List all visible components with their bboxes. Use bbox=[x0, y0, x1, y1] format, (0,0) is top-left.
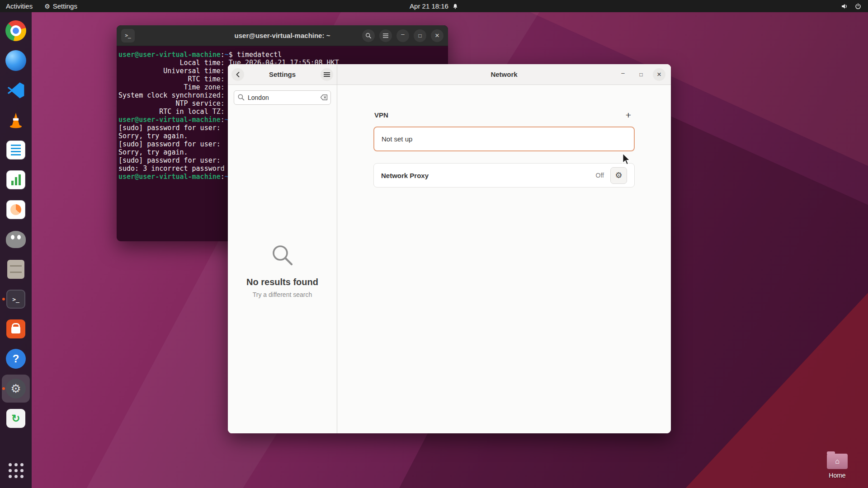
maximize-icon: □ bbox=[639, 71, 642, 78]
no-results-subtitle: Try a different search bbox=[228, 291, 337, 298]
firefox-icon bbox=[5, 50, 26, 71]
terminal-maximize-button[interactable]: □ bbox=[414, 29, 426, 42]
terminal-title: user@user-virtual-machine: ~ bbox=[235, 32, 330, 39]
network-proxy-label: Network Proxy bbox=[381, 172, 429, 179]
vpn-status-row[interactable]: Not set up bbox=[373, 127, 635, 151]
activities-button[interactable]: Activities bbox=[0, 0, 38, 12]
settings-app-icon: ⚙ bbox=[44, 3, 50, 9]
dock-item-calc[interactable] bbox=[2, 166, 30, 194]
clock-label: Apr 21 18:16 bbox=[410, 2, 448, 10]
desktop: Activities ⚙ Settings Apr 21 18:16 bbox=[0, 0, 868, 488]
sidebar-title: Settings bbox=[269, 70, 296, 78]
gimp-icon bbox=[6, 231, 26, 248]
close-icon: × bbox=[435, 31, 439, 40]
search-large-icon bbox=[270, 243, 295, 268]
settings-minimize-button[interactable]: – bbox=[617, 68, 629, 81]
focused-app-menu[interactable]: ⚙ Settings bbox=[38, 0, 83, 12]
dock-item-chrome[interactable] bbox=[2, 17, 30, 45]
add-vpn-button[interactable]: + bbox=[623, 110, 634, 120]
dock-item-help[interactable]: ? bbox=[2, 345, 30, 373]
dock-item-gimp[interactable] bbox=[2, 225, 30, 253]
dock: >_ ? ⚙ ↻ bbox=[0, 12, 32, 488]
terminal-tab-icon[interactable]: >_ bbox=[121, 29, 135, 42]
page-title: Network bbox=[491, 70, 517, 78]
no-results-state: No results found Try a different search bbox=[228, 243, 337, 298]
chevron-left-icon bbox=[235, 71, 241, 78]
no-results-title: No results found bbox=[228, 277, 337, 287]
settings-content: Network – □ × VPN + Not set up bbox=[337, 64, 671, 433]
software-updater-icon: ↻ bbox=[6, 409, 25, 428]
dock-item-vlc[interactable] bbox=[2, 106, 30, 134]
vpn-section-heading: VPN bbox=[374, 111, 388, 119]
dock-item-impress[interactable] bbox=[2, 196, 30, 224]
hamburger-icon bbox=[382, 33, 389, 38]
minimize-icon: – bbox=[621, 70, 624, 76]
close-icon: × bbox=[657, 70, 661, 79]
search-icon bbox=[365, 33, 372, 39]
sidebar-menu-button[interactable] bbox=[321, 68, 333, 81]
terminal-titlebar[interactable]: >_ user@user-virtual-machine: ~ – bbox=[117, 25, 448, 46]
dock-item-writer[interactable] bbox=[2, 136, 30, 164]
search-icon bbox=[237, 94, 245, 103]
app-grid-icon bbox=[9, 463, 24, 478]
home-folder-shortcut[interactable]: ⌂ Home bbox=[818, 454, 856, 479]
volume-icon bbox=[841, 3, 848, 10]
network-proxy-row[interactable]: Network Proxy Off ⚙ bbox=[373, 163, 635, 188]
settings-gear-icon: ⚙ bbox=[6, 379, 26, 399]
minimize-icon: – bbox=[401, 31, 404, 38]
libreoffice-impress-icon bbox=[6, 200, 25, 219]
settings-close-button[interactable]: × bbox=[653, 68, 665, 81]
proxy-status-value: Off bbox=[596, 172, 604, 179]
settings-sidebar: Settings bbox=[228, 64, 337, 433]
home-folder-icon: ⌂ bbox=[827, 454, 848, 469]
terminal-icon: >_ bbox=[6, 290, 25, 309]
vlc-icon bbox=[6, 111, 25, 130]
running-indicator bbox=[2, 298, 5, 300]
mouse-cursor bbox=[621, 153, 632, 165]
backspace-icon bbox=[320, 94, 328, 101]
libreoffice-calc-icon bbox=[6, 170, 25, 189]
vpn-status-label: Not set up bbox=[382, 135, 412, 143]
terminal-search-button[interactable] bbox=[362, 29, 375, 42]
dock-item-ubuntu-software[interactable] bbox=[2, 315, 30, 343]
proxy-settings-button[interactable]: ⚙ bbox=[610, 167, 627, 184]
maximize-icon: □ bbox=[418, 33, 421, 39]
terminal-close-button[interactable]: × bbox=[431, 29, 443, 42]
gear-icon: ⚙ bbox=[615, 170, 622, 180]
terminal-menu-button[interactable] bbox=[379, 29, 392, 42]
plus-icon: + bbox=[626, 110, 631, 120]
home-folder-label: Home bbox=[818, 472, 856, 479]
files-icon bbox=[7, 260, 24, 279]
top-bar: Activities ⚙ Settings Apr 21 18:16 bbox=[0, 0, 868, 12]
settings-search bbox=[234, 90, 331, 105]
libreoffice-writer-icon bbox=[6, 141, 25, 160]
dock-item-terminal[interactable]: >_ bbox=[2, 285, 30, 313]
focused-app-label: Settings bbox=[53, 2, 77, 10]
terminal-minimize-button[interactable]: – bbox=[396, 29, 409, 42]
dock-item-vscode[interactable] bbox=[2, 76, 30, 104]
dock-item-software-updater[interactable]: ↻ bbox=[2, 404, 30, 432]
settings-maximize-button[interactable]: □ bbox=[635, 68, 647, 81]
app-grid-button[interactable] bbox=[2, 456, 30, 484]
clear-search-button[interactable] bbox=[320, 94, 328, 103]
chrome-icon bbox=[5, 20, 26, 41]
back-button[interactable] bbox=[231, 68, 244, 81]
settings-window: Settings bbox=[228, 64, 671, 433]
network-titlebar[interactable]: Network – □ × bbox=[337, 64, 671, 85]
system-status-menu[interactable] bbox=[835, 0, 868, 12]
dock-item-settings[interactable]: ⚙ bbox=[2, 375, 30, 403]
search-input[interactable] bbox=[234, 90, 331, 105]
vscode-icon bbox=[6, 81, 25, 100]
ubuntu-software-icon bbox=[6, 319, 25, 338]
running-indicator bbox=[2, 387, 5, 390]
clock-menu[interactable]: Apr 21 18:16 bbox=[405, 0, 463, 12]
notification-bell-icon bbox=[452, 3, 458, 9]
help-icon: ? bbox=[6, 349, 26, 369]
dock-item-firefox[interactable] bbox=[2, 47, 30, 75]
hamburger-icon bbox=[324, 72, 330, 77]
sidebar-titlebar[interactable]: Settings bbox=[228, 64, 337, 85]
power-icon bbox=[854, 3, 862, 10]
dock-item-files[interactable] bbox=[2, 255, 30, 283]
